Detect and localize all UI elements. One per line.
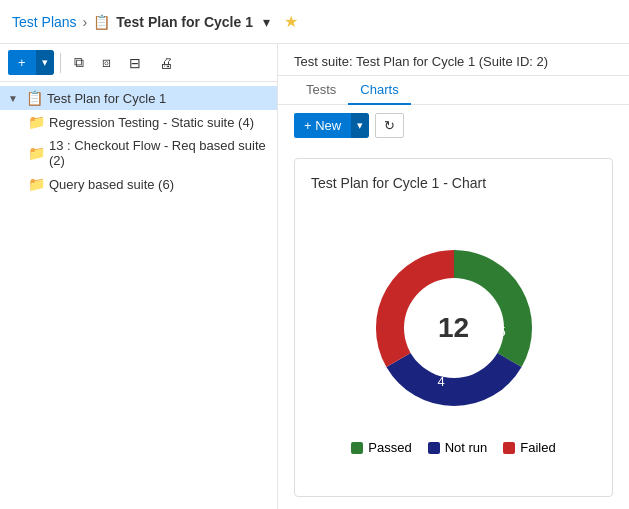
breadcrumb-separator: › xyxy=(83,14,88,30)
legend-failed: Failed xyxy=(503,440,555,455)
new-button-label: + New xyxy=(304,118,341,133)
print-button[interactable]: 🖨 xyxy=(152,51,180,75)
testplan-icon: 📋 xyxy=(93,14,110,30)
add-dropdown-button[interactable]: ▾ xyxy=(36,50,54,75)
suite-header-prefix: Test suite: xyxy=(294,54,356,69)
plus-icon: + xyxy=(18,55,26,70)
list-item[interactable]: 📁 13 : Checkout Flow - Req based suite (… xyxy=(20,134,277,172)
main-layout: + ▾ ⧉ ⧇ ⊟ 🖨 ▼ 📋 Test Plan for Cycle 1 📁 xyxy=(0,44,629,509)
suite-header-title: Test Plan for Cycle 1 (Suite ID: 2) xyxy=(356,54,548,69)
failed-label: 3 xyxy=(416,292,423,307)
title-dropdown-icon[interactable]: ▾ xyxy=(263,14,270,30)
donut-wrapper: 5 4 3 12 xyxy=(354,228,554,428)
passed-legend-label: Passed xyxy=(368,440,411,455)
copy-button[interactable]: ⧉ xyxy=(67,50,91,75)
chart-title: Test Plan for Cycle 1 - Chart xyxy=(311,175,596,191)
new-button-group[interactable]: + New ▾ xyxy=(294,113,369,138)
notrun-label: 4 xyxy=(437,374,444,389)
donut-chart-container: 5 4 3 12 Passed Not run xyxy=(311,203,596,480)
list-item[interactable]: 📁 Regression Testing - Static suite (4) xyxy=(20,110,277,134)
folder-icon-3: 📁 xyxy=(28,176,45,192)
refresh-button[interactable]: ↻ xyxy=(375,113,404,138)
toolbar-divider-1 xyxy=(60,53,61,73)
donut-center-value: 12 xyxy=(438,312,469,344)
add-button-group[interactable]: + ▾ xyxy=(8,50,54,75)
new-dropdown-button[interactable]: ▾ xyxy=(351,113,369,138)
failed-legend-label: Failed xyxy=(520,440,555,455)
favorite-star-icon[interactable]: ★ xyxy=(284,12,298,31)
tab-tests[interactable]: Tests xyxy=(294,76,348,105)
notrun-legend-dot xyxy=(428,442,440,454)
new-main-button[interactable]: + New xyxy=(294,113,351,138)
breadcrumb: Test Plans › 📋 Test Plan for Cycle 1 ▾ ★ xyxy=(12,12,298,31)
breadcrumb-testplans-link[interactable]: Test Plans xyxy=(12,14,77,30)
tree-child-label-3: Query based suite (6) xyxy=(49,177,174,192)
tree-root-icon: 📋 xyxy=(26,90,43,106)
chart-card: Test Plan for Cycle 1 - Chart xyxy=(294,158,613,497)
left-panel: + ▾ ⧉ ⧇ ⊟ 🖨 ▼ 📋 Test Plan for Cycle 1 📁 xyxy=(0,44,278,509)
page-title: Test Plan for Cycle 1 xyxy=(116,14,253,30)
tree-expand-icon[interactable]: ▼ xyxy=(8,93,22,104)
passed-label: 5 xyxy=(498,324,505,339)
tree-root-item[interactable]: ▼ 📋 Test Plan for Cycle 1 xyxy=(0,86,277,110)
folder-icon-2: 📁 xyxy=(28,145,45,161)
folder-icon-1: 📁 xyxy=(28,114,45,130)
legend-passed: Passed xyxy=(351,440,411,455)
tree-root-label: Test Plan for Cycle 1 xyxy=(47,91,166,106)
chart-toolbar: + New ▾ ↻ xyxy=(278,105,629,146)
tree-children: 📁 Regression Testing - Static suite (4) … xyxy=(0,110,277,196)
notrun-legend-label: Not run xyxy=(445,440,488,455)
legend-notrun: Not run xyxy=(428,440,488,455)
header: Test Plans › 📋 Test Plan for Cycle 1 ▾ ★ xyxy=(0,0,629,44)
test-tree: ▼ 📋 Test Plan for Cycle 1 📁 Regression T… xyxy=(0,82,277,509)
left-toolbar: + ▾ ⧉ ⧇ ⊟ 🖨 xyxy=(0,44,277,82)
tree-child-label-1: Regression Testing - Static suite (4) xyxy=(49,115,254,130)
suite-header: Test suite: Test Plan for Cycle 1 (Suite… xyxy=(278,44,629,76)
tree-child-label-2: 13 : Checkout Flow - Req based suite (2) xyxy=(49,138,269,168)
chart-legend: Passed Not run Failed xyxy=(351,440,555,455)
tab-bar: Tests Charts xyxy=(278,76,629,105)
paste-button[interactable]: ⧇ xyxy=(95,50,118,75)
tree-root: ▼ 📋 Test Plan for Cycle 1 📁 Regression T… xyxy=(0,86,277,196)
list-item[interactable]: 📁 Query based suite (6) xyxy=(20,172,277,196)
delete-button[interactable]: ⊟ xyxy=(122,51,148,75)
refresh-icon: ↻ xyxy=(384,118,395,133)
add-main-button[interactable]: + xyxy=(8,50,36,75)
right-panel: Test suite: Test Plan for Cycle 1 (Suite… xyxy=(278,44,629,509)
passed-legend-dot xyxy=(351,442,363,454)
chart-area: Test Plan for Cycle 1 - Chart xyxy=(278,146,629,509)
failed-legend-dot xyxy=(503,442,515,454)
tab-charts[interactable]: Charts xyxy=(348,76,410,105)
